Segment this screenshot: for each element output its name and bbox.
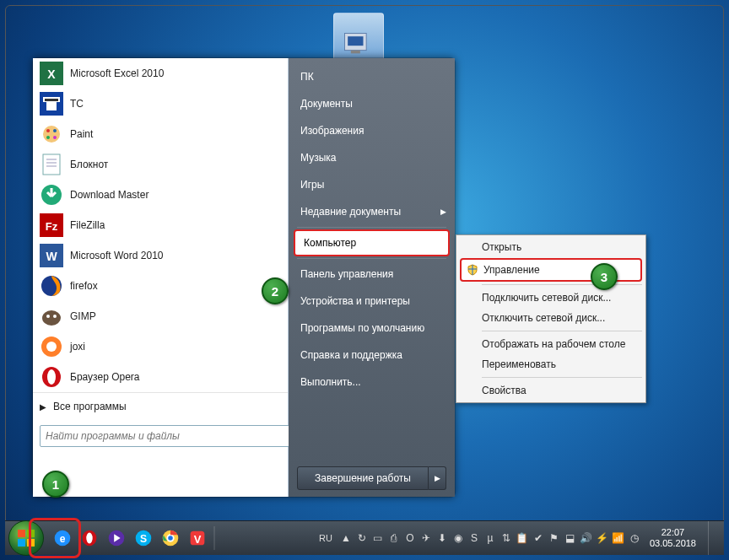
taskbar-vivaldi-icon[interactable]: V — [186, 526, 209, 550]
right-panel-item[interactable]: Музыка — [289, 144, 455, 171]
right-item-label: Изображения — [300, 125, 364, 137]
program-label: firefox — [70, 280, 98, 292]
tc-icon — [40, 92, 63, 116]
tray-up-icon[interactable]: ▲ — [339, 531, 353, 545]
tray-skype-icon[interactable]: S — [467, 531, 481, 545]
svg-point-25 — [53, 315, 57, 318]
shutdown-options-button[interactable]: ▶ — [429, 466, 446, 490]
gimp-icon — [40, 304, 63, 328]
svg-rect-33 — [27, 539, 35, 547]
taskbar-separator — [213, 526, 215, 550]
annotation-badge-3: 3 — [591, 263, 618, 290]
start-menu: XMicrosoft Excel 2010TCPaintБлокнотDownl… — [32, 57, 456, 498]
program-label: Paint — [70, 128, 93, 140]
tray-power-icon[interactable]: ⚡ — [596, 531, 609, 545]
menu-separator — [297, 227, 446, 228]
taskbar-skype-icon[interactable]: S — [132, 526, 155, 550]
svg-point-10 — [53, 129, 57, 132]
notepad-icon — [40, 153, 63, 176]
right-item-label: Компьютер — [304, 237, 356, 249]
program-item-dm[interactable]: Download Master — [33, 180, 288, 210]
all-programs[interactable]: ▶ Все программы — [33, 392, 288, 420]
user-picture[interactable] — [333, 13, 384, 63]
program-item-firefox[interactable]: firefox — [33, 271, 288, 301]
context-item-label: Отключить сетевой диск... — [482, 312, 605, 324]
program-item-notepad[interactable]: Блокнот — [33, 149, 288, 180]
language-indicator[interactable]: RU — [316, 533, 336, 543]
search-input[interactable] — [40, 425, 293, 447]
svg-point-24 — [46, 315, 50, 318]
tray-sync-icon[interactable]: ↻ — [355, 531, 369, 545]
context-item[interactable]: Открыть — [458, 237, 644, 257]
svg-rect-2 — [351, 51, 360, 54]
taskbar-clock[interactable]: 22:07 03.05.2018 — [645, 527, 701, 549]
program-item-excel[interactable]: XMicrosoft Excel 2010 — [33, 58, 288, 89]
program-label: TC — [70, 98, 84, 110]
right-panel-item[interactable]: Устройства и принтеры — [289, 288, 455, 315]
program-item-tc[interactable]: TC — [33, 89, 288, 119]
svg-point-37 — [86, 533, 92, 544]
program-label: GIMP — [70, 310, 96, 322]
right-item-label: Игры — [300, 179, 324, 191]
chevron-right-icon: ▶ — [40, 402, 46, 412]
program-item-paint[interactable]: Paint — [33, 119, 288, 149]
right-panel-item[interactable]: Недавние документы▶ — [289, 198, 455, 225]
context-item[interactable]: Подключить сетевой диск... — [458, 288, 644, 308]
program-item-joxi[interactable]: joxi — [33, 331, 288, 362]
svg-rect-31 — [27, 530, 35, 537]
program-label: Браузер Opera — [70, 371, 140, 383]
context-separator — [482, 284, 642, 285]
tray-dropbox-icon[interactable]: ⬓ — [564, 531, 577, 545]
program-item-gimp[interactable]: GIMP — [33, 301, 288, 331]
shield-icon — [466, 263, 479, 277]
svg-rect-30 — [18, 530, 25, 537]
tray-download-icon[interactable]: ⬇ — [435, 531, 449, 545]
svg-rect-13 — [43, 154, 60, 175]
tray-printer-icon[interactable]: ⎙ — [387, 531, 401, 545]
filezilla-icon: Fz — [40, 213, 63, 237]
tray-display-icon[interactable]: ▭ — [371, 531, 385, 545]
right-panel-item[interactable]: Компьютер — [294, 229, 450, 256]
tray-clipboard-icon[interactable]: 📋 — [516, 531, 529, 545]
tray-telegram-icon[interactable]: ✈ — [419, 531, 433, 545]
right-panel-item[interactable]: Программы по умолчанию — [289, 315, 455, 342]
right-item-label: Недавние документы — [300, 206, 401, 218]
tray-av-icon[interactable]: ✔ — [532, 531, 545, 545]
tray-network-icon[interactable]: ⇅ — [500, 531, 513, 545]
program-item-filezilla[interactable]: FzFileZilla — [33, 210, 288, 240]
svg-text:W: W — [46, 250, 57, 263]
right-panel-item[interactable]: Панель управления — [289, 261, 455, 288]
program-label: Microsoft Word 2010 — [70, 250, 164, 261]
right-panel-item[interactable]: Изображения — [289, 117, 455, 144]
tray-clock-ic-icon[interactable]: ◷ — [628, 531, 641, 545]
tray-speaker-icon[interactable]: 🔊 — [580, 531, 593, 545]
tray-flag-icon[interactable]: ⚑ — [548, 531, 561, 545]
menu-separator — [297, 258, 446, 259]
show-desktop-button[interactable] — [708, 521, 721, 555]
tray-opera-icon[interactable]: O — [403, 531, 417, 545]
svg-point-23 — [42, 310, 61, 326]
svg-point-27 — [46, 342, 57, 352]
tray-eye-icon[interactable]: ◉ — [451, 531, 465, 545]
tray-utorrent-icon[interactable]: µ — [483, 531, 497, 545]
program-item-opera[interactable]: Браузер Opera — [33, 362, 288, 392]
annotation-badge-2: 2 — [262, 277, 289, 304]
right-panel-item[interactable]: ПК — [289, 63, 455, 90]
taskbar-ie-icon[interactable]: e — [51, 526, 74, 550]
tray-wifi-icon[interactable]: 📶 — [612, 531, 625, 545]
right-panel-item[interactable]: Справка и поддержка — [289, 342, 455, 369]
right-panel-item[interactable]: Выполнить... — [289, 369, 455, 396]
taskbar-wmp-icon[interactable] — [105, 526, 128, 550]
right-panel-item[interactable]: Документы — [289, 90, 455, 117]
context-item[interactable]: Свойства — [458, 380, 644, 401]
shutdown-button[interactable]: Завершение работы — [297, 466, 429, 490]
context-item[interactable]: Переименовать — [458, 354, 644, 374]
start-button[interactable] — [8, 520, 44, 556]
context-item[interactable]: Отображать на рабочем столе — [458, 334, 644, 354]
taskbar-chrome-icon[interactable] — [159, 526, 182, 550]
taskbar-opera-icon[interactable] — [78, 526, 101, 550]
context-item[interactable]: Отключить сетевой диск... — [458, 308, 644, 328]
program-item-word[interactable]: WMicrosoft Word 2010 — [33, 240, 288, 271]
right-panel-item[interactable]: Игры — [289, 171, 455, 198]
right-item-label: Устройства и принтеры — [300, 295, 410, 307]
